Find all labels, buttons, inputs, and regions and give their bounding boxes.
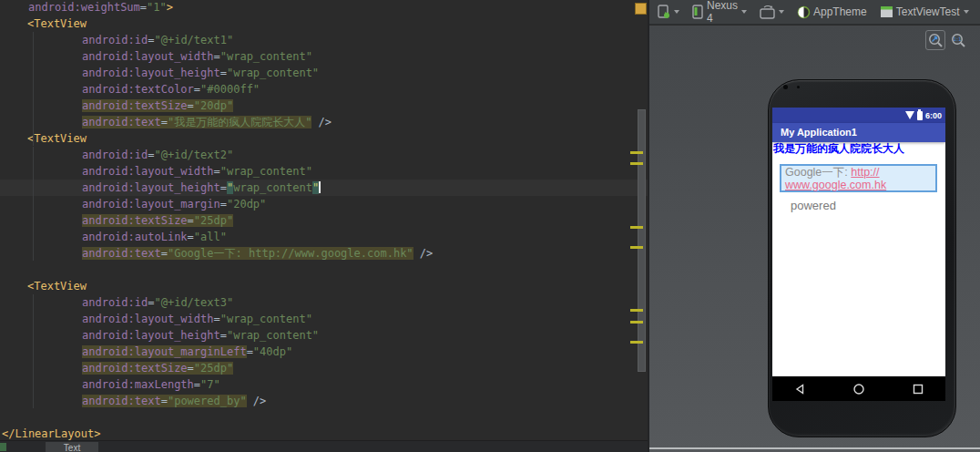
- scrollbar-highlight-mark[interactable]: [630, 321, 643, 324]
- code-line[interactable]: android:layout_width="wrap_content": [0, 163, 648, 180]
- code-token: android:autoLink: [82, 231, 188, 243]
- code-token: =: [188, 362, 194, 375]
- theme-button[interactable]: AppTheme: [794, 4, 870, 21]
- code-token: android:id: [82, 149, 148, 161]
- code-token: android:textColor: [82, 83, 194, 96]
- device-screen[interactable]: 6:00 My Application1 我是万能的疯人院院长大人 Google…: [772, 108, 945, 401]
- code-token: android:layout_height: [82, 181, 220, 194]
- code-token: "20dp": [194, 99, 233, 112]
- code-token: />: [413, 247, 434, 260]
- app-title: My Application1: [772, 123, 857, 142]
- code-line[interactable]: android:text="Google一下: http://www.googl…: [0, 245, 648, 262]
- code-token: "我是万能的疯人院院长大人": [168, 116, 311, 128]
- wifi-icon: [905, 111, 914, 119]
- code-token: "@+id/text1": [154, 34, 233, 46]
- code-line[interactable]: android:textSize="25dp": [0, 212, 648, 229]
- zoom-actual-size-button[interactable]: 1:1: [948, 30, 968, 50]
- scrollbar-highlight-mark[interactable]: [630, 162, 643, 165]
- textview-text3[interactable]: powered: [791, 199, 836, 212]
- orientation-button[interactable]: [757, 4, 787, 21]
- code-line[interactable]: android:maxLength="7": [0, 376, 648, 393]
- code-token: =: [140, 1, 147, 14]
- code-token: android:layout_width: [82, 313, 214, 325]
- sensor-dot: [797, 86, 800, 88]
- navigation-bar: [772, 376, 945, 401]
- recents-icon[interactable]: [912, 383, 924, 396]
- code-line[interactable]: </LinearLayout>: [0, 426, 648, 440]
- code-line[interactable]: android:text="我是万能的疯人院院长大人" />: [0, 114, 648, 130]
- tab-text-mode[interactable]: Text: [46, 442, 98, 452]
- activity-selector-label: TextViewTest: [896, 5, 960, 18]
- code-line[interactable]: android:textSize="20dp": [0, 98, 648, 114]
- inspection-status-indicator[interactable]: [635, 3, 647, 15]
- code-line[interactable]: android:layout_width="wrap_content": [0, 311, 648, 327]
- home-icon[interactable]: [852, 383, 865, 396]
- code-token: "wrap_content": [227, 67, 319, 79]
- back-icon[interactable]: [793, 383, 806, 396]
- code-token: android:id: [82, 296, 148, 309]
- device-frame: 6:00 My Application1 我是万能的疯人院院长大人 Google…: [768, 79, 956, 437]
- editor-scrollbar[interactable]: [638, 109, 646, 372]
- code-area[interactable]: android:weightSum="1"><TextViewandroid:i…: [0, 0, 648, 440]
- theme-icon: [797, 5, 811, 19]
- activity-selector[interactable]: TextViewTest: [877, 4, 972, 20]
- code-line[interactable]: android:layout_marginLeft="40dp": [0, 344, 648, 360]
- code-line[interactable]: android:text="powered_by" />: [0, 393, 648, 409]
- textview-text1[interactable]: 我是万能的疯人院院长大人: [772, 142, 945, 156]
- orientation-icon: [760, 5, 775, 19]
- scrollbar-highlight-mark[interactable]: [630, 309, 643, 312]
- code-token: android:layout_width: [82, 165, 214, 178]
- scrollbar-highlight-mark[interactable]: [630, 226, 643, 229]
- code-token: "powered_by": [168, 395, 247, 407]
- code-line[interactable]: android:layout_height="wrap_content": [0, 65, 648, 81]
- zoom-to-fit-button[interactable]: [925, 30, 945, 50]
- code-line[interactable]: android:id="@+id/text3": [0, 294, 648, 311]
- code-token: =: [194, 83, 200, 96]
- code-line[interactable]: [0, 409, 648, 426]
- code-line[interactable]: android:layout_height="wrap_content": [0, 327, 648, 344]
- code-line[interactable]: android:layout_margin="20dp": [0, 196, 648, 212]
- code-token: =: [161, 247, 168, 260]
- code-token: =: [214, 165, 220, 178]
- code-line[interactable]: android:weightSum="1">: [0, 0, 648, 15]
- code-line[interactable]: android:autoLink="all": [0, 229, 648, 245]
- tabbar-accent: [0, 443, 6, 451]
- scrollbar-highlight-mark[interactable]: [630, 246, 643, 249]
- code-token: wrap_content: [233, 181, 312, 194]
- code-token: "7": [200, 378, 220, 391]
- code-line[interactable]: android:id="@+id/text2": [0, 147, 648, 163]
- code-token: android:text: [82, 395, 161, 407]
- indent-guide: [33, 32, 34, 146]
- text2-link[interactable]: http://: [851, 166, 879, 179]
- code-token: android:textSize: [82, 99, 188, 112]
- editor-mode-tabbar: Text: [0, 440, 648, 452]
- device-selector[interactable]: Nexus 4: [689, 0, 750, 26]
- code-line[interactable]: [0, 262, 648, 278]
- code-token: android:layout_height: [82, 67, 220, 79]
- xml-editor[interactable]: android:weightSum="1"><TextViewandroid:i…: [0, 0, 648, 440]
- code-token: =: [161, 116, 168, 128]
- code-line[interactable]: android:id="@+id/text1": [0, 32, 648, 48]
- code-line[interactable]: android:textColor="#0000ff": [0, 81, 648, 98]
- app-bar: My Application1: [772, 123, 945, 142]
- chevron-down-icon: [779, 10, 784, 14]
- code-line[interactable]: android:layout_height="wrap_content": [0, 180, 648, 196]
- scrollbar-highlight-mark[interactable]: [630, 151, 643, 154]
- device-config-icon: [657, 5, 670, 19]
- indent-guide: [33, 294, 34, 408]
- code-line[interactable]: <TextView: [0, 15, 648, 32]
- preview-canvas[interactable]: 1:1 6:00 My Application1: [649, 26, 980, 452]
- textview-text2-selected[interactable]: Google一下: http:// www.google.com.hk: [780, 164, 937, 192]
- code-line[interactable]: <TextView: [0, 130, 648, 147]
- code-token: android:id: [82, 34, 148, 46]
- indent-guide: [33, 147, 34, 261]
- code-line[interactable]: android:textSize="25dp": [0, 360, 648, 376]
- battery-icon: [917, 111, 923, 120]
- device-config-button[interactable]: [654, 3, 682, 21]
- scrollbar-highlight-mark[interactable]: [630, 341, 643, 344]
- code-token: android:text: [82, 247, 161, 260]
- code-token: =: [194, 378, 200, 391]
- text2-link-url[interactable]: www.google.com.hk: [785, 179, 886, 191]
- code-line[interactable]: <TextView: [0, 278, 648, 294]
- code-line[interactable]: android:layout_width="wrap_content": [0, 48, 648, 65]
